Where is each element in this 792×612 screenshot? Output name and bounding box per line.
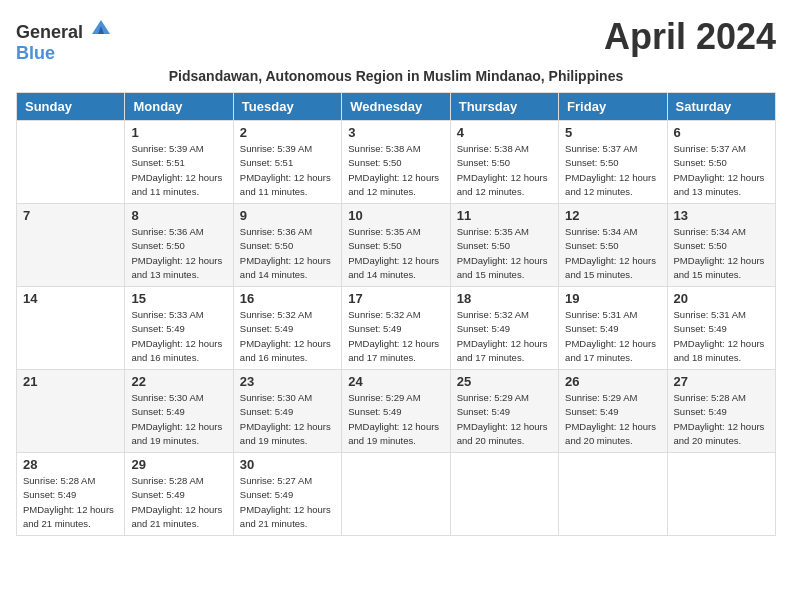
day-info: Sunrise: 5:39 AMSunset: 5:51 PMDaylight:… (240, 142, 335, 199)
calendar-cell (342, 453, 450, 536)
day-info: Sunrise: 5:33 AMSunset: 5:49 PMDaylight:… (131, 308, 226, 365)
calendar-cell: 27Sunrise: 5:28 AMSunset: 5:49 PMDayligh… (667, 370, 775, 453)
day-number: 5 (565, 125, 660, 140)
day-number: 1 (131, 125, 226, 140)
logo-general: General (16, 22, 83, 42)
day-info: Sunrise: 5:38 AMSunset: 5:50 PMDaylight:… (457, 142, 552, 199)
day-info: Sunrise: 5:31 AMSunset: 5:49 PMDaylight:… (674, 308, 769, 365)
logo-icon (90, 16, 112, 38)
calendar-cell: 3Sunrise: 5:38 AMSunset: 5:50 PMDaylight… (342, 121, 450, 204)
calendar-cell: 24Sunrise: 5:29 AMSunset: 5:49 PMDayligh… (342, 370, 450, 453)
calendar-cell: 7 (17, 204, 125, 287)
day-number: 20 (674, 291, 769, 306)
day-number: 12 (565, 208, 660, 223)
logo-blue: Blue (16, 43, 55, 63)
header: General Blue April 2024 (16, 16, 776, 64)
day-number: 30 (240, 457, 335, 472)
calendar-cell: 12Sunrise: 5:34 AMSunset: 5:50 PMDayligh… (559, 204, 667, 287)
day-number: 22 (131, 374, 226, 389)
day-info: Sunrise: 5:28 AMSunset: 5:49 PMDaylight:… (131, 474, 226, 531)
column-header-monday: Monday (125, 93, 233, 121)
calendar-week-row: 1415Sunrise: 5:33 AMSunset: 5:49 PMDayli… (17, 287, 776, 370)
day-number: 23 (240, 374, 335, 389)
column-header-wednesday: Wednesday (342, 93, 450, 121)
calendar-cell: 4Sunrise: 5:38 AMSunset: 5:50 PMDaylight… (450, 121, 558, 204)
day-number: 15 (131, 291, 226, 306)
calendar-cell: 21 (17, 370, 125, 453)
column-header-thursday: Thursday (450, 93, 558, 121)
day-info: Sunrise: 5:36 AMSunset: 5:50 PMDaylight:… (240, 225, 335, 282)
calendar-cell (559, 453, 667, 536)
day-number: 24 (348, 374, 443, 389)
day-number: 17 (348, 291, 443, 306)
day-info: Sunrise: 5:35 AMSunset: 5:50 PMDaylight:… (348, 225, 443, 282)
day-info: Sunrise: 5:34 AMSunset: 5:50 PMDaylight:… (674, 225, 769, 282)
calendar-cell: 11Sunrise: 5:35 AMSunset: 5:50 PMDayligh… (450, 204, 558, 287)
calendar-header-row: SundayMondayTuesdayWednesdayThursdayFrid… (17, 93, 776, 121)
day-info: Sunrise: 5:32 AMSunset: 5:49 PMDaylight:… (457, 308, 552, 365)
calendar-cell: 6Sunrise: 5:37 AMSunset: 5:50 PMDaylight… (667, 121, 775, 204)
day-number: 18 (457, 291, 552, 306)
day-number: 29 (131, 457, 226, 472)
calendar-cell: 13Sunrise: 5:34 AMSunset: 5:50 PMDayligh… (667, 204, 775, 287)
day-info: Sunrise: 5:36 AMSunset: 5:50 PMDaylight:… (131, 225, 226, 282)
day-info: Sunrise: 5:31 AMSunset: 5:49 PMDaylight:… (565, 308, 660, 365)
day-number: 21 (23, 374, 118, 389)
day-number: 7 (23, 208, 118, 223)
column-header-friday: Friday (559, 93, 667, 121)
calendar: SundayMondayTuesdayWednesdayThursdayFrid… (16, 92, 776, 536)
day-info: Sunrise: 5:38 AMSunset: 5:50 PMDaylight:… (348, 142, 443, 199)
day-number: 27 (674, 374, 769, 389)
calendar-cell (450, 453, 558, 536)
day-info: Sunrise: 5:32 AMSunset: 5:49 PMDaylight:… (240, 308, 335, 365)
calendar-cell (17, 121, 125, 204)
day-number: 28 (23, 457, 118, 472)
subtitle: Pidsandawan, Autonomous Region in Muslim… (16, 68, 776, 84)
day-number: 19 (565, 291, 660, 306)
day-info: Sunrise: 5:30 AMSunset: 5:49 PMDaylight:… (131, 391, 226, 448)
calendar-cell: 28Sunrise: 5:28 AMSunset: 5:49 PMDayligh… (17, 453, 125, 536)
day-number: 16 (240, 291, 335, 306)
day-number: 4 (457, 125, 552, 140)
calendar-cell: 10Sunrise: 5:35 AMSunset: 5:50 PMDayligh… (342, 204, 450, 287)
column-header-sunday: Sunday (17, 93, 125, 121)
day-info: Sunrise: 5:28 AMSunset: 5:49 PMDaylight:… (674, 391, 769, 448)
day-info: Sunrise: 5:28 AMSunset: 5:49 PMDaylight:… (23, 474, 118, 531)
day-info: Sunrise: 5:34 AMSunset: 5:50 PMDaylight:… (565, 225, 660, 282)
day-info: Sunrise: 5:27 AMSunset: 5:49 PMDaylight:… (240, 474, 335, 531)
day-number: 10 (348, 208, 443, 223)
calendar-cell: 22Sunrise: 5:30 AMSunset: 5:49 PMDayligh… (125, 370, 233, 453)
day-number: 25 (457, 374, 552, 389)
calendar-cell (667, 453, 775, 536)
day-info: Sunrise: 5:32 AMSunset: 5:49 PMDaylight:… (348, 308, 443, 365)
day-number: 14 (23, 291, 118, 306)
calendar-cell: 16Sunrise: 5:32 AMSunset: 5:49 PMDayligh… (233, 287, 341, 370)
calendar-cell: 1Sunrise: 5:39 AMSunset: 5:51 PMDaylight… (125, 121, 233, 204)
day-info: Sunrise: 5:29 AMSunset: 5:49 PMDaylight:… (457, 391, 552, 448)
day-info: Sunrise: 5:29 AMSunset: 5:49 PMDaylight:… (348, 391, 443, 448)
calendar-cell: 8Sunrise: 5:36 AMSunset: 5:50 PMDaylight… (125, 204, 233, 287)
calendar-week-row: 2122Sunrise: 5:30 AMSunset: 5:49 PMDayli… (17, 370, 776, 453)
calendar-week-row: 28Sunrise: 5:28 AMSunset: 5:49 PMDayligh… (17, 453, 776, 536)
calendar-cell: 2Sunrise: 5:39 AMSunset: 5:51 PMDaylight… (233, 121, 341, 204)
day-info: Sunrise: 5:39 AMSunset: 5:51 PMDaylight:… (131, 142, 226, 199)
day-info: Sunrise: 5:29 AMSunset: 5:49 PMDaylight:… (565, 391, 660, 448)
logo: General Blue (16, 16, 112, 64)
column-header-tuesday: Tuesday (233, 93, 341, 121)
calendar-cell: 5Sunrise: 5:37 AMSunset: 5:50 PMDaylight… (559, 121, 667, 204)
calendar-cell: 23Sunrise: 5:30 AMSunset: 5:49 PMDayligh… (233, 370, 341, 453)
calendar-cell: 20Sunrise: 5:31 AMSunset: 5:49 PMDayligh… (667, 287, 775, 370)
day-number: 11 (457, 208, 552, 223)
day-number: 26 (565, 374, 660, 389)
calendar-cell: 19Sunrise: 5:31 AMSunset: 5:49 PMDayligh… (559, 287, 667, 370)
calendar-cell: 9Sunrise: 5:36 AMSunset: 5:50 PMDaylight… (233, 204, 341, 287)
month-title: April 2024 (604, 16, 776, 58)
calendar-cell: 18Sunrise: 5:32 AMSunset: 5:49 PMDayligh… (450, 287, 558, 370)
calendar-week-row: 78Sunrise: 5:36 AMSunset: 5:50 PMDayligh… (17, 204, 776, 287)
day-info: Sunrise: 5:37 AMSunset: 5:50 PMDaylight:… (565, 142, 660, 199)
day-info: Sunrise: 5:37 AMSunset: 5:50 PMDaylight:… (674, 142, 769, 199)
calendar-cell: 26Sunrise: 5:29 AMSunset: 5:49 PMDayligh… (559, 370, 667, 453)
day-number: 2 (240, 125, 335, 140)
day-number: 8 (131, 208, 226, 223)
logo-text: General Blue (16, 16, 112, 64)
